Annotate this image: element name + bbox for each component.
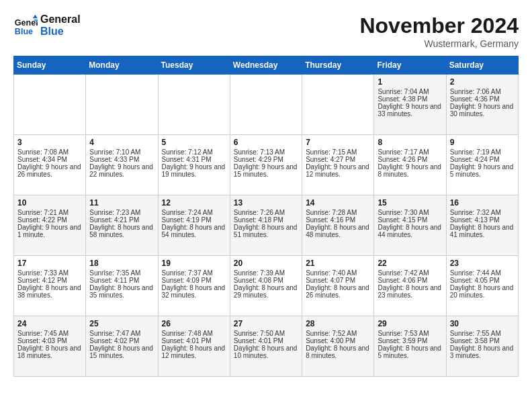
- day-number: 30: [450, 319, 515, 328]
- day-info: Sunrise: 7:55 AM: [450, 330, 515, 337]
- calendar-cell: 22Sunrise: 7:42 AMSunset: 4:06 PMDayligh…: [374, 256, 446, 316]
- col-header-friday: Friday: [374, 56, 446, 75]
- calendar-cell: 29Sunrise: 7:53 AMSunset: 3:59 PMDayligh…: [374, 316, 446, 377]
- page-header: General Blue General Blue November 2024 …: [13, 13, 519, 49]
- calendar-cell: 24Sunrise: 7:45 AMSunset: 4:03 PMDayligh…: [14, 316, 86, 377]
- day-number: 28: [306, 319, 370, 328]
- day-info: Sunrise: 7:28 AM: [306, 209, 370, 216]
- calendar-cell: 2Sunrise: 7:06 AMSunset: 4:36 PMDaylight…: [446, 75, 518, 135]
- day-info: Sunrise: 7:50 AM: [234, 330, 298, 337]
- calendar-cell: 26Sunrise: 7:48 AMSunset: 4:01 PMDayligh…: [158, 316, 230, 377]
- day-info: Daylight: 8 hours and 51 minutes.: [234, 224, 298, 238]
- day-number: 7: [306, 138, 370, 147]
- day-info: Sunset: 4:02 PM: [89, 337, 154, 345]
- day-info: Sunset: 4:00 PM: [306, 337, 370, 345]
- day-info: Daylight: 9 hours and 22 minutes.: [89, 163, 154, 178]
- month-title: November 2024: [359, 13, 519, 38]
- day-info: Sunset: 4:21 PM: [89, 216, 154, 224]
- day-info: Sunset: 4:05 PM: [450, 277, 515, 284]
- day-info: Sunset: 3:59 PM: [378, 337, 442, 345]
- day-info: Sunset: 4:08 PM: [234, 277, 298, 284]
- location: Wustermark, Germany: [359, 38, 519, 49]
- day-info: Sunrise: 7:17 AM: [378, 148, 442, 156]
- col-header-saturday: Saturday: [446, 56, 518, 75]
- day-info: Daylight: 8 hours and 23 minutes.: [378, 284, 442, 299]
- day-number: 5: [162, 138, 226, 147]
- logo: General Blue General Blue: [13, 13, 81, 38]
- day-info: Daylight: 8 hours and 38 minutes.: [17, 284, 82, 299]
- calendar-cell: [230, 75, 302, 135]
- day-number: 12: [162, 198, 226, 208]
- col-header-thursday: Thursday: [302, 56, 374, 75]
- calendar-cell: [302, 75, 374, 135]
- calendar-cell: 23Sunrise: 7:44 AMSunset: 4:05 PMDayligh…: [446, 256, 518, 316]
- calendar-cell: 30Sunrise: 7:55 AMSunset: 3:58 PMDayligh…: [446, 316, 518, 377]
- logo-line2: Blue: [40, 26, 81, 38]
- day-info: Sunrise: 7:53 AM: [378, 330, 442, 337]
- day-info: Sunset: 3:58 PM: [450, 337, 515, 345]
- day-info: Sunset: 4:34 PM: [17, 156, 82, 163]
- day-info: Daylight: 8 hours and 15 minutes.: [89, 345, 154, 359]
- day-info: Sunrise: 7:21 AM: [17, 209, 82, 216]
- calendar-cell: 7Sunrise: 7:15 AMSunset: 4:27 PMDaylight…: [302, 135, 374, 195]
- col-header-sunday: Sunday: [14, 56, 86, 75]
- day-number: 10: [17, 198, 82, 208]
- day-info: Sunset: 4:29 PM: [234, 156, 298, 163]
- day-info: Sunset: 4:27 PM: [306, 156, 370, 163]
- day-number: 13: [234, 198, 298, 208]
- day-number: 15: [378, 198, 442, 208]
- day-info: Sunset: 4:06 PM: [378, 277, 442, 284]
- day-info: Sunset: 4:16 PM: [306, 216, 370, 224]
- day-info: Sunrise: 7:15 AM: [306, 148, 370, 156]
- day-info: Sunrise: 7:04 AM: [378, 88, 442, 95]
- day-info: Sunrise: 7:47 AM: [89, 330, 154, 337]
- day-info: Daylight: 9 hours and 12 minutes.: [306, 163, 370, 178]
- day-info: Sunrise: 7:12 AM: [162, 148, 226, 156]
- logo-icon: General Blue: [13, 13, 38, 38]
- day-info: Daylight: 8 hours and 54 minutes.: [162, 224, 226, 238]
- calendar-cell: [86, 75, 158, 135]
- day-info: Sunrise: 7:19 AM: [450, 148, 515, 156]
- day-number: 16: [450, 198, 515, 208]
- day-number: 2: [450, 77, 515, 87]
- calendar-cell: 12Sunrise: 7:24 AMSunset: 4:19 PMDayligh…: [158, 195, 230, 256]
- day-info: Sunset: 4:03 PM: [17, 337, 82, 345]
- day-number: 11: [89, 198, 154, 208]
- svg-marker-2: [33, 15, 38, 18]
- day-number: 23: [450, 259, 515, 268]
- day-info: Sunset: 4:19 PM: [162, 216, 226, 224]
- day-info: Daylight: 8 hours and 18 minutes.: [17, 345, 82, 359]
- day-info: Sunrise: 7:10 AM: [89, 148, 154, 156]
- day-info: Sunrise: 7:32 AM: [450, 209, 515, 216]
- day-info: Daylight: 9 hours and 5 minutes.: [450, 163, 515, 178]
- day-info: Daylight: 8 hours and 5 minutes.: [378, 345, 442, 359]
- day-info: Daylight: 8 hours and 12 minutes.: [162, 345, 226, 359]
- calendar-cell: [158, 75, 230, 135]
- day-info: Sunset: 4:13 PM: [450, 216, 515, 224]
- calendar-cell: 27Sunrise: 7:50 AMSunset: 4:01 PMDayligh…: [230, 316, 302, 377]
- day-number: 1: [378, 77, 442, 87]
- calendar-cell: 10Sunrise: 7:21 AMSunset: 4:22 PMDayligh…: [14, 195, 86, 256]
- day-number: 9: [450, 138, 515, 147]
- day-info: Daylight: 9 hours and 15 minutes.: [234, 163, 298, 178]
- day-info: Sunrise: 7:52 AM: [306, 330, 370, 337]
- day-info: Sunset: 4:12 PM: [17, 277, 82, 284]
- calendar-cell: [14, 75, 86, 135]
- day-info: Daylight: 8 hours and 41 minutes.: [450, 224, 515, 238]
- day-info: Sunset: 4:26 PM: [378, 156, 442, 163]
- day-info: Sunset: 4:22 PM: [17, 216, 82, 224]
- day-info: Sunrise: 7:40 AM: [306, 269, 370, 277]
- day-info: Sunset: 4:09 PM: [162, 277, 226, 284]
- day-info: Sunrise: 7:33 AM: [17, 269, 82, 277]
- day-info: Sunrise: 7:37 AM: [162, 269, 226, 277]
- day-number: 17: [17, 259, 82, 268]
- day-info: Sunset: 4:11 PM: [89, 277, 154, 284]
- day-number: 25: [89, 319, 154, 328]
- day-number: 3: [17, 138, 82, 147]
- day-number: 29: [378, 319, 442, 328]
- day-number: 8: [378, 138, 442, 147]
- day-info: Sunrise: 7:08 AM: [17, 148, 82, 156]
- calendar-cell: 18Sunrise: 7:35 AMSunset: 4:11 PMDayligh…: [86, 256, 158, 316]
- day-number: 24: [17, 319, 82, 328]
- day-info: Sunset: 4:31 PM: [162, 156, 226, 163]
